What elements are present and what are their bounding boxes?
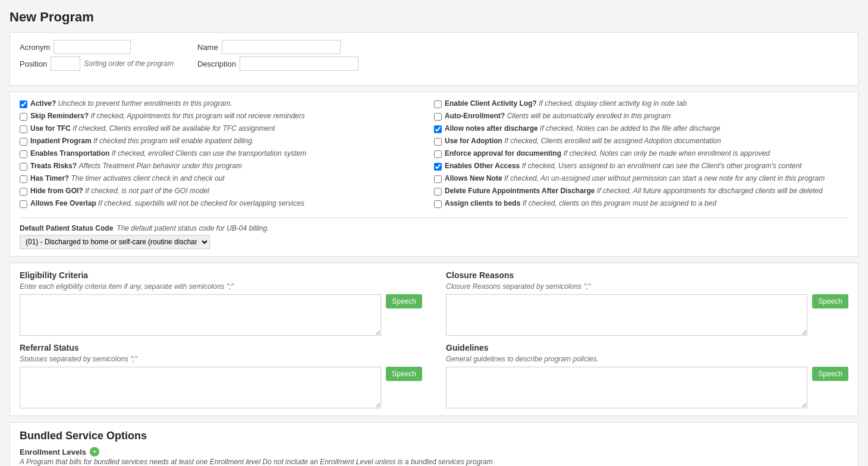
inpatient_program-desc: If checked this program will enable inpa… xyxy=(93,137,254,145)
default-patient-status-desc: The default patient status code for UB-0… xyxy=(117,224,269,232)
hide_from_goi-desc: If checked, is not part of the GOI model xyxy=(85,187,209,195)
has_timer-checkbox[interactable] xyxy=(20,175,27,183)
use_for_tfc-checkbox[interactable] xyxy=(20,125,27,133)
delete_future_appointments-desc: If checked, All future appointments for … xyxy=(597,187,823,195)
guidelines-speech-button[interactable]: Speech xyxy=(812,367,848,381)
assign_clients_to_beds-label: Assign clients to beds xyxy=(445,199,520,207)
right-cb-row: Use for Adoption If checked, Clients enr… xyxy=(434,137,848,146)
left-cb-row: Allows Fee Overlap If checked, superbill… xyxy=(20,199,434,208)
skip_reminders-checkbox[interactable] xyxy=(20,113,27,121)
enrollment-levels-desc: A Program that bills for bundled service… xyxy=(20,458,848,466)
guidelines-title: Guidelines xyxy=(446,343,848,352)
guidelines-input[interactable] xyxy=(446,367,807,408)
referral-status-title: Referral Status xyxy=(20,343,422,352)
right-cb-row: Auto-Enrollment? Clients will be automat… xyxy=(434,112,848,121)
left-cb-row: Hide from GOI? If checked, is not part o… xyxy=(20,187,434,196)
name-input[interactable] xyxy=(222,40,341,54)
treats_risks-label: Treats Risks? xyxy=(30,162,77,170)
active-label: Active? xyxy=(30,99,56,108)
allows_fee_overlap-checkbox[interactable] xyxy=(20,200,27,208)
enables_transportation-desc: If checked, enrolled Clients can use the… xyxy=(112,149,307,158)
allows_fee_overlap-label: Allows Fee Overlap xyxy=(30,199,96,207)
name-label: Name xyxy=(197,43,218,52)
enables_other_access-checkbox[interactable] xyxy=(434,163,442,171)
has_timer-label: Has Timer? xyxy=(30,174,69,182)
use_for_adoption-desc: If checked, Clients enrolled will be ass… xyxy=(504,137,721,145)
enable_client_activity_log-label: Enable Client Activity Log? xyxy=(445,99,537,108)
assign_clients_to_beds-checkbox[interactable] xyxy=(434,200,442,208)
use_for_adoption-checkbox[interactable] xyxy=(434,138,442,146)
allows_new_note-checkbox[interactable] xyxy=(434,175,442,183)
position-input[interactable] xyxy=(51,56,80,71)
allows_fee_overlap-desc: If checked, superbills will not be check… xyxy=(98,199,304,207)
referral-status-hint: Statuses separated by semicolons ";" xyxy=(20,355,422,363)
use_for_tfc-desc: If checked, Clients enrolled will be ava… xyxy=(73,124,275,133)
active-checkbox[interactable] xyxy=(20,100,27,108)
use_for_tfc-label: Use for TFC xyxy=(30,124,71,133)
allow_notes_after_discharge-checkbox[interactable] xyxy=(434,125,442,133)
closure-reasons-hint: Closure Reasons separated by semicolons … xyxy=(446,282,848,291)
right-cb-row: Delete Future Appointments After Dischar… xyxy=(434,187,848,196)
assign_clients_to_beds-desc: If checked, clients on this program must… xyxy=(523,199,716,207)
left-cb-row: Enables Transportation If checked, enrol… xyxy=(20,149,434,158)
treats_risks-desc: Affects Treatment Plan behavior under th… xyxy=(78,162,242,170)
enables_other_access-desc: If checked, Users assigned to an enrollm… xyxy=(522,162,802,170)
closure-reasons-title: Closure Reasons xyxy=(446,270,848,280)
eligibility-criteria-input[interactable] xyxy=(20,294,381,336)
default-patient-status-label: Default Patient Status Code xyxy=(20,224,113,232)
position-label: Position xyxy=(20,59,47,68)
enables_transportation-checkbox[interactable] xyxy=(20,150,27,158)
closure-speech-button[interactable]: Speech xyxy=(812,294,848,308)
referral-status-input[interactable] xyxy=(20,367,381,408)
right-cb-row: Enables Other Access If checked, Users a… xyxy=(434,162,848,171)
eligibility-speech-button[interactable]: Speech xyxy=(386,294,422,308)
allows_new_note-label: Allows New Note xyxy=(445,174,502,182)
right-cb-row: Assign clients to beds If checked, clien… xyxy=(434,199,848,208)
right-cb-row: Enable Client Activity Log? If checked, … xyxy=(434,99,848,108)
right-cb-row: Allows New Note If checked, An un-assign… xyxy=(434,174,848,183)
allow_notes_after_discharge-label: Allow notes after discharge xyxy=(445,124,538,133)
hide_from_goi-label: Hide from GOI? xyxy=(30,187,83,195)
delete_future_appointments-checkbox[interactable] xyxy=(434,188,442,196)
left-cb-row: Treats Risks? Affects Treatment Plan beh… xyxy=(20,162,434,171)
delete_future_appointments-label: Delete Future Appointments After Dischar… xyxy=(445,187,595,195)
left-cb-row: Active? Uncheck to prevent further enrol… xyxy=(20,99,434,108)
left-cb-row: Has Timer? The timer activates client ch… xyxy=(20,174,434,183)
auto_enrollment-checkbox[interactable] xyxy=(434,113,442,121)
inpatient_program-label: Inpatient Program xyxy=(30,137,92,145)
enforce_approval_for_documenting-checkbox[interactable] xyxy=(434,150,442,158)
left-cb-row: Inpatient Program If checked this progra… xyxy=(20,137,434,146)
closure-reasons-input[interactable] xyxy=(446,294,807,336)
add-enrollment-level-icon[interactable]: + xyxy=(90,447,99,456)
right-cb-row: Allow notes after discharge If checked, … xyxy=(434,124,848,133)
active-desc: Uncheck to prevent further enrollments i… xyxy=(58,99,232,108)
skip_reminders-label: Skip Reminders? xyxy=(30,112,89,120)
eligibility-criteria-hint: Enter each eligibility criteria item if … xyxy=(20,282,422,291)
enables_other_access-label: Enables Other Access xyxy=(445,162,520,170)
referral-speech-button[interactable]: Speech xyxy=(386,367,422,381)
default-patient-status-select[interactable]: (01) - Discharged to home or self-care (… xyxy=(20,235,210,249)
left-cb-row: Skip Reminders? If checked, Appointments… xyxy=(20,112,434,121)
acronym-input[interactable] xyxy=(54,40,131,54)
hide_from_goi-checkbox[interactable] xyxy=(20,188,27,196)
left-cb-row: Use for TFC If checked, Clients enrolled… xyxy=(20,124,434,133)
enforce_approval_for_documenting-desc: If checked, Notes can only be made when … xyxy=(563,149,770,158)
treats_risks-checkbox[interactable] xyxy=(20,163,27,171)
description-label: Description xyxy=(197,59,236,68)
skip_reminders-desc: If checked, Appointments for this progra… xyxy=(90,112,304,120)
eligibility-criteria-title: Eligibility Criteria xyxy=(20,270,422,280)
inpatient_program-checkbox[interactable] xyxy=(20,138,27,146)
allows_new_note-desc: If checked, An un-assigned user without … xyxy=(504,174,825,182)
auto_enrollment-desc: Clients will be automatically enrolled i… xyxy=(507,112,671,120)
guidelines-hint: General guidelines to describe program p… xyxy=(446,355,848,363)
enforce_approval_for_documenting-label: Enforce approval for documenting xyxy=(445,149,561,158)
description-input[interactable] xyxy=(240,56,358,71)
auto_enrollment-label: Auto-Enrollment? xyxy=(445,112,505,120)
allow_notes_after_discharge-desc: If checked, Notes can be added to the fi… xyxy=(540,124,721,133)
has_timer-desc: The timer activates client check in and … xyxy=(71,174,224,182)
enable_client_activity_log-desc: If checked, display client activity log … xyxy=(539,99,687,108)
position-hint: Sorting order of the program xyxy=(84,59,174,68)
bundled-service-title: Bundled Service Options xyxy=(20,430,848,442)
enrollment-levels-title: Enrollment Levels xyxy=(20,448,86,456)
enable_client_activity_log-checkbox[interactable] xyxy=(434,100,442,108)
